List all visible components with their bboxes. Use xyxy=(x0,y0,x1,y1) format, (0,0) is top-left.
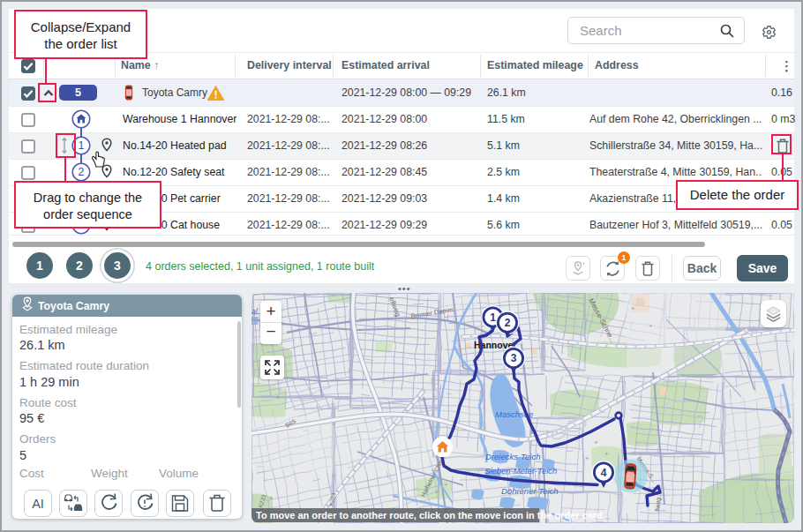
svg-text:4: 4 xyxy=(601,467,607,479)
svg-text:+: + xyxy=(585,454,589,462)
svg-text:+: + xyxy=(649,322,653,330)
svg-text:Sieben-Meter-Teich: Sieben-Meter-Teich xyxy=(484,466,557,476)
svg-text:+: + xyxy=(269,494,274,502)
svg-text:2: 2 xyxy=(505,317,511,329)
svg-text:+: + xyxy=(631,304,635,312)
svg-text:2: 2 xyxy=(79,166,85,178)
svg-text:Döhrener Teich: Döhrener Teich xyxy=(501,486,559,496)
svg-text:+: + xyxy=(276,393,281,401)
svg-text:1: 1 xyxy=(490,311,496,324)
svg-text:+: + xyxy=(424,483,428,491)
svg-text:+: + xyxy=(434,488,439,496)
svg-text:+: + xyxy=(594,438,598,446)
svg-text:Dreiecks-Teich: Dreiecks-Teich xyxy=(485,452,540,461)
svg-text:+: + xyxy=(604,450,609,458)
svg-text:AI: AI xyxy=(32,497,44,511)
svg-text:1: 1 xyxy=(79,139,85,152)
svg-text:3: 3 xyxy=(511,352,517,364)
svg-text:al.: al. xyxy=(251,307,259,316)
svg-text:+: + xyxy=(444,481,448,489)
